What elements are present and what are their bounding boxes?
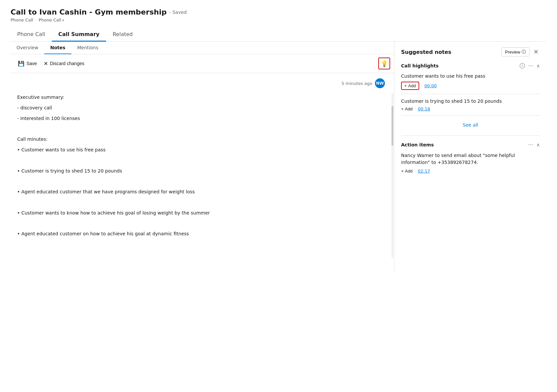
note-line-6: • Customer wants to use his free pass — [17, 146, 385, 154]
sub-tabs: Overview Notes Mentions — [11, 42, 394, 54]
highlight-text-1: Customer wants to use his free pass — [401, 73, 540, 80]
sub-tab-notes[interactable]: Notes — [44, 42, 71, 54]
notes-timestamp: 5 minutes ago — [342, 81, 372, 86]
action-items-section: Action items ··· ∧ Nancy Warner to send … — [401, 136, 540, 177]
note-line-5: Call minutes: — [17, 136, 385, 143]
tab-related[interactable]: Related — [106, 28, 139, 42]
highlight-actions-1: + Add · 00:00 — [401, 82, 540, 90]
action-item-timestamp[interactable]: 02:17 — [418, 169, 430, 174]
notes-editor[interactable]: 5 minutes ago NW Executive summary: - di… — [11, 73, 391, 271]
highlight-item-1: Customer wants to use his free pass + Ad… — [401, 73, 540, 94]
discard-icon: ✕ — [44, 60, 48, 67]
action-item-text-1: Nancy Warner to send email about "some h… — [401, 152, 540, 166]
action-add-plus-icon: + — [401, 169, 404, 174]
add-plus-icon-1: + — [404, 83, 407, 88]
close-panel-button[interactable]: ✕ — [532, 47, 540, 57]
action-sep-1: · — [421, 83, 423, 88]
note-line-9 — [17, 177, 385, 185]
avatar: NW — [375, 78, 385, 88]
record-title-text: Call to Ivan Cashin - Gym membership — [11, 8, 167, 16]
save-button[interactable]: 💾 Save — [15, 59, 40, 69]
suggested-notes-header: Suggested notes Preview ⓘ ✕ — [401, 47, 540, 57]
notes-toolbar: 💾 Save ✕ Discard changes 💡 — [11, 54, 394, 73]
note-line-12: • Customer wants to know how to achieve … — [17, 209, 385, 217]
save-label: Save — [26, 61, 37, 66]
highlight-text-2: Customer is trying to shed 15 to 20 poun… — [401, 98, 540, 105]
tab-call-summary[interactable]: Call Summary — [52, 28, 106, 42]
highlight-item-2: Customer is trying to shed 15 to 20 poun… — [401, 98, 540, 116]
chevron-down-icon: ∨ — [62, 18, 64, 22]
add-plus-icon-2: + — [401, 106, 404, 111]
discard-button[interactable]: ✕ Discard changes — [40, 59, 88, 69]
content-area: Overview Notes Mentions 💾 Save ✕ Discard… — [11, 42, 546, 271]
sub-tab-overview[interactable]: Overview — [11, 42, 44, 54]
note-line-1: Executive summary: — [17, 94, 385, 101]
note-line-11 — [17, 199, 385, 207]
add-button-1[interactable]: + Add — [401, 82, 419, 90]
save-icon: 💾 — [18, 60, 24, 67]
suggested-notes-title: Suggested notes — [401, 49, 499, 55]
add-label-2: Add — [405, 106, 413, 111]
call-highlights-info-icon[interactable]: i — [520, 63, 525, 68]
action-sep-2: · — [415, 107, 416, 111]
lightbulb-icon: 💡 — [381, 60, 388, 67]
close-icon: ✕ — [534, 49, 538, 55]
scrollbar[interactable] — [391, 73, 394, 271]
add-label-1: Add — [408, 83, 416, 88]
see-all-link[interactable]: See all — [401, 120, 540, 130]
breadcrumb-item2: Phone Call — [39, 18, 61, 22]
highlight-actions-2: + Add · 00:18 — [401, 106, 540, 111]
preview-info-icon: ⓘ — [522, 49, 526, 55]
preview-label: Preview — [505, 50, 520, 55]
action-items-title: Action items — [401, 142, 525, 147]
discard-label: Discard changes — [50, 61, 84, 66]
note-line-13 — [17, 220, 385, 228]
left-panel: Overview Notes Mentions 💾 Save ✕ Discard… — [11, 42, 394, 271]
add-button-2[interactable]: + Add — [401, 106, 413, 111]
breadcrumb: Phone Call · Phone Call ∨ — [11, 18, 546, 22]
notes-content: 5 minutes ago NW Executive summary: - di… — [11, 73, 394, 271]
action-item-actions-1: + Add · 02:17 — [401, 169, 540, 174]
action-add-label: Add — [405, 169, 413, 174]
note-line-2: - discovery call — [17, 104, 385, 112]
note-line-8: • Customer is trying to shed 15 to 20 po… — [17, 167, 385, 175]
action-add-button-1[interactable]: + Add — [401, 169, 413, 174]
action-items-collapse-button[interactable]: ∧ — [537, 142, 540, 147]
note-line-7 — [17, 157, 385, 165]
sub-tab-mentions[interactable]: Mentions — [71, 42, 104, 54]
action-item-1: Nancy Warner to send email about "some h… — [401, 152, 540, 177]
note-line-10: • Agent educated customer that we have p… — [17, 188, 385, 196]
right-panel: Suggested notes Preview ⓘ ✕ Call highlig… — [394, 42, 546, 271]
note-line-4 — [17, 125, 385, 133]
call-highlights-menu-button[interactable]: ··· — [527, 62, 535, 69]
notes-text[interactable]: Executive summary: - discovery call - In… — [17, 94, 385, 238]
tab-phone-call[interactable]: Phone Call — [11, 28, 52, 42]
record-title: Call to Ivan Cashin - Gym membership - S… — [11, 8, 546, 16]
scrollbar-track — [391, 93, 393, 258]
timestamp-row: 5 minutes ago NW — [17, 78, 385, 88]
breadcrumb-separator: · — [35, 18, 37, 22]
action-items-menu-button[interactable]: ··· — [527, 141, 535, 148]
record-header: Call to Ivan Cashin - Gym membership - S… — [11, 8, 546, 22]
breadcrumb-dropdown[interactable]: Phone Call ∨ — [39, 18, 64, 22]
action-items-header: Action items ··· ∧ — [401, 141, 540, 148]
preview-button[interactable]: Preview ⓘ — [501, 47, 530, 57]
lightbulb-button[interactable]: 💡 — [378, 58, 390, 69]
action-item-sep: · — [415, 169, 416, 174]
call-highlights-header: Call highlights i ··· ∧ — [401, 62, 540, 69]
call-highlights-collapse-button[interactable]: ∧ — [537, 63, 540, 68]
call-highlights-title: Call highlights — [401, 63, 518, 68]
call-highlights-section: Call highlights i ··· ∧ Customer wants t… — [401, 62, 540, 130]
note-line-3: - Interested in 100 licenses — [17, 115, 385, 123]
scrollbar-thumb — [391, 106, 393, 146]
saved-badge: - Saved — [169, 10, 187, 15]
note-line-14: • Agent educated customer on how to achi… — [17, 230, 385, 238]
timestamp-link-2[interactable]: 00:18 — [418, 106, 430, 111]
breadcrumb-item1[interactable]: Phone Call — [11, 18, 33, 22]
timestamp-link-1[interactable]: 00:00 — [425, 83, 437, 88]
main-tabs: Phone Call Call Summary Related — [11, 28, 546, 42]
